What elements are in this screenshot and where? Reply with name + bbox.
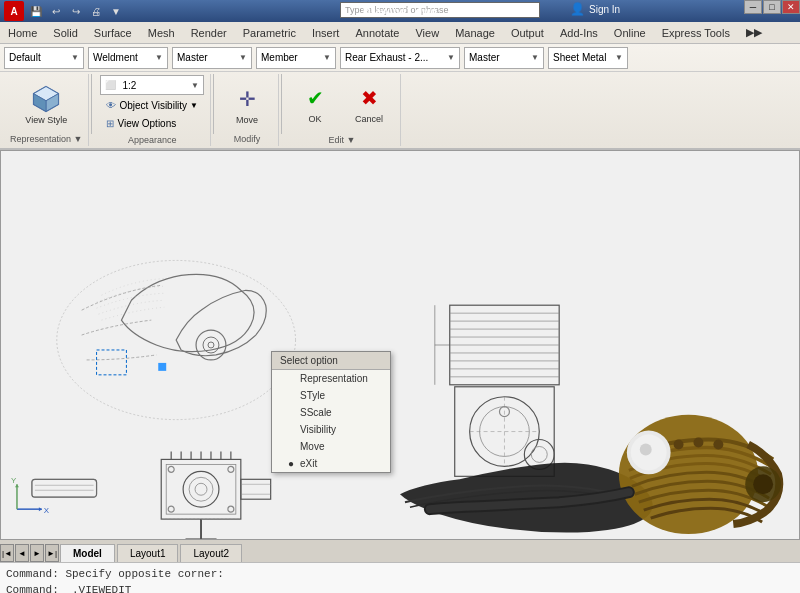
ribbon: Default ▼ Weldment ▼ Master ▼ Member ▼ R…: [0, 44, 800, 150]
ribbon-sep2: [213, 74, 214, 134]
technical-drawing: X Y: [1, 151, 799, 539]
ctx-item-exit[interactable]: ● eXit: [272, 455, 390, 472]
dropdown-master2[interactable]: Master ▼: [464, 47, 544, 69]
viewstyle-button[interactable]: View Style: [21, 76, 71, 132]
nav-last[interactable]: ►|: [45, 544, 59, 562]
ok-button[interactable]: ✔ OK: [290, 75, 340, 131]
dropdown-master2-arrow: ▼: [531, 53, 539, 62]
dropdown-rear-exhaust[interactable]: Rear Exhaust - 2... ▼: [340, 47, 460, 69]
dropdown-sheetmetal[interactable]: Sheet Metal ▼: [548, 47, 628, 69]
ribbon-row2: View Style Representation ▼ ⬜ 1:2 ▼ 👁: [0, 72, 800, 148]
menu-online[interactable]: Online: [606, 22, 654, 43]
quick-access-redo[interactable]: ↪: [68, 3, 84, 19]
visibility-icon: 👁: [106, 100, 116, 111]
nav-buttons: |◄ ◄ ► ►|: [0, 544, 59, 562]
ctx-item-representation[interactable]: Representation: [272, 370, 390, 387]
menu-more[interactable]: ▶▶: [738, 22, 770, 43]
appearance-controls: ⬜ 1:2 ▼ 👁 Object Visibility ▼ ⊞ View Opt…: [100, 75, 204, 131]
svg-point-68: [753, 474, 773, 494]
nav-next[interactable]: ►: [30, 544, 44, 562]
menu-parametric[interactable]: Parametric: [235, 22, 304, 43]
svg-rect-10: [158, 363, 166, 371]
move-button[interactable]: ✛ Move: [222, 76, 272, 132]
menu-manage[interactable]: Manage: [447, 22, 503, 43]
menu-annotate[interactable]: Annotate: [347, 22, 407, 43]
menu-home[interactable]: Home: [0, 22, 45, 43]
signin-area: 👤 Sign In: [570, 2, 620, 16]
viewstyle-label: View Style: [25, 115, 67, 125]
nav-first[interactable]: |◄: [0, 544, 14, 562]
menu-bar: Home Solid Surface Mesh Render Parametri…: [0, 22, 800, 44]
filename-title: Drawing1.dwg: [363, 5, 438, 17]
ctx-item-move[interactable]: Move: [272, 438, 390, 455]
nav-prev[interactable]: ◄: [15, 544, 29, 562]
ribbon-sep1: [91, 74, 92, 134]
cancel-icon: ✖: [353, 82, 385, 114]
dropdown-weldment-arrow: ▼: [155, 53, 163, 62]
maximize-button[interactable]: □: [763, 0, 781, 14]
dropdown-sheetmetal-arrow: ▼: [615, 53, 623, 62]
ribbon-row1: Default ▼ Weldment ▼ Master ▼ Member ▼ R…: [0, 44, 800, 72]
svg-text:Y: Y: [11, 476, 17, 485]
ribbon-modify-section: ✛ Move Modify: [216, 74, 279, 146]
dropdown-default-arrow: ▼: [71, 53, 79, 62]
ribbon-sep3: [281, 74, 282, 134]
viewstyle-icon: [30, 83, 62, 115]
move-label: Move: [236, 115, 258, 125]
menu-mesh[interactable]: Mesh: [140, 22, 183, 43]
quick-access-undo[interactable]: ↩: [48, 3, 64, 19]
context-menu: Select option Representation STyle SScal…: [271, 351, 391, 473]
title-bar: A 💾 ↩ ↪ 🖨 ▼ Type a keyword or phrase 👤 S…: [0, 0, 800, 22]
scale-dropdown[interactable]: ⬜ 1:2 ▼: [100, 75, 204, 95]
dropdown-master1[interactable]: Master ▼: [172, 47, 252, 69]
menu-render[interactable]: Render: [183, 22, 235, 43]
menu-surface[interactable]: Surface: [86, 22, 140, 43]
tab-layout2[interactable]: Layout2: [180, 544, 242, 562]
dropdown-master1-arrow: ▼: [239, 53, 247, 62]
svg-point-65: [693, 438, 703, 448]
tab-bar: |◄ ◄ ► ►| Model Layout1 Layout2: [0, 540, 800, 562]
cmd-line-2: Command: _.VIEWEDIT: [6, 582, 794, 593]
autocad-logo: A: [4, 1, 24, 21]
ribbon-viewstyle-section: View Style Representation ▼: [4, 74, 89, 146]
dropdown-weldment[interactable]: Weldment ▼: [88, 47, 168, 69]
quick-access-more[interactable]: ▼: [108, 3, 124, 19]
quick-access-print[interactable]: 🖨: [88, 3, 104, 19]
cancel-label: Cancel: [355, 114, 383, 124]
object-visibility-button[interactable]: 👁 Object Visibility ▼: [100, 98, 204, 113]
tabs-container: Model Layout1 Layout2: [60, 544, 244, 562]
cancel-button[interactable]: ✖ Cancel: [344, 75, 394, 131]
title-left: A 💾 ↩ ↪ 🖨 ▼: [4, 1, 124, 21]
dropdown-default[interactable]: Default ▼: [4, 47, 84, 69]
command-area: Command: Specify opposite corner: Comman…: [0, 562, 800, 593]
menu-output[interactable]: Output: [503, 22, 552, 43]
ok-label: OK: [309, 114, 322, 124]
window-controls: ─ □ ✕: [744, 0, 800, 14]
dropdown-member-arrow: ▼: [323, 53, 331, 62]
ctx-item-sscale[interactable]: SScale: [272, 404, 390, 421]
ribbon-edit-section: ✔ OK ✖ Cancel Edit ▼: [284, 74, 401, 146]
tab-layout1[interactable]: Layout1: [117, 544, 179, 562]
ctx-item-style[interactable]: STyle: [272, 387, 390, 404]
edit-section-label: Edit ▼: [329, 135, 356, 145]
menu-addins[interactable]: Add-Ins: [552, 22, 606, 43]
menu-view[interactable]: View: [407, 22, 447, 43]
view-options-button[interactable]: ⊞ View Options: [100, 116, 204, 131]
svg-point-64: [674, 440, 684, 450]
ctx-item-visibility[interactable]: Visibility: [272, 421, 390, 438]
cmd-line-1: Command: Specify opposite corner:: [6, 566, 794, 582]
visibility-arrow: ▼: [190, 101, 198, 110]
dropdown-exhaust-arrow: ▼: [447, 53, 455, 62]
svg-point-66: [713, 440, 723, 450]
close-button[interactable]: ✕: [782, 0, 800, 14]
bullet-exit: ●: [288, 458, 296, 469]
dropdown-member[interactable]: Member ▼: [256, 47, 336, 69]
menu-express[interactable]: Express Tools: [654, 22, 738, 43]
signin-label[interactable]: Sign In: [589, 4, 620, 15]
drawing-area[interactable]: ─ □ ✕: [0, 150, 800, 540]
minimize-button[interactable]: ─: [744, 0, 762, 14]
tab-model[interactable]: Model: [60, 544, 115, 562]
menu-insert[interactable]: Insert: [304, 22, 348, 43]
menu-solid[interactable]: Solid: [45, 22, 85, 43]
quick-access-save[interactable]: 💾: [28, 3, 44, 19]
